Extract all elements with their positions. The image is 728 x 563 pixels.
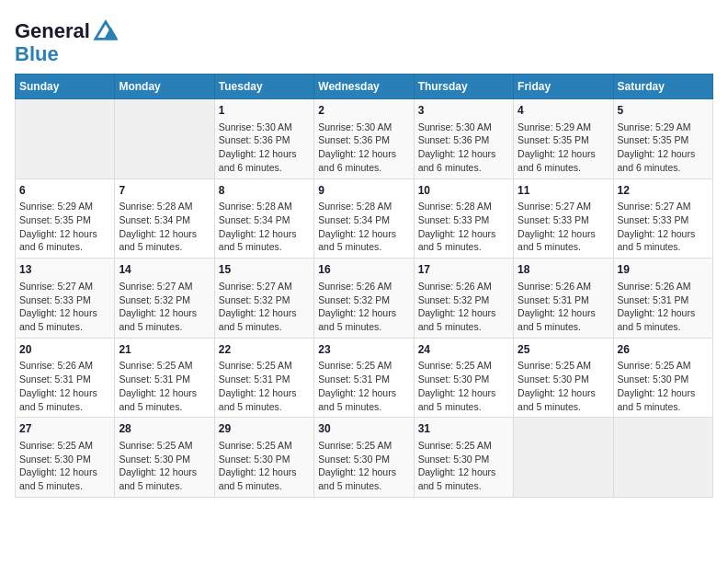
- calendar-cell: [16, 99, 115, 179]
- calendar-week-3: 13Sunrise: 5:27 AM Sunset: 5:33 PM Dayli…: [16, 259, 713, 339]
- day-number: 6: [19, 183, 110, 199]
- day-number: 12: [618, 183, 709, 199]
- calendar-cell: 31Sunrise: 5:25 AM Sunset: 5:30 PM Dayli…: [414, 418, 513, 498]
- calendar-cell: 4Sunrise: 5:29 AM Sunset: 5:35 PM Daylig…: [514, 99, 613, 179]
- day-number: 10: [418, 183, 509, 199]
- day-info: Sunrise: 5:25 AM Sunset: 5:31 PM Dayligh…: [219, 359, 310, 413]
- calendar-cell: 16Sunrise: 5:26 AM Sunset: 5:32 PM Dayli…: [314, 259, 414, 339]
- calendar-header-row: SundayMondayTuesdayWednesdayThursdayFrid…: [16, 75, 713, 99]
- logo-text-general: General: [15, 21, 90, 41]
- logo-text-blue: Blue: [15, 42, 59, 65]
- day-info: Sunrise: 5:28 AM Sunset: 5:34 PM Dayligh…: [318, 200, 409, 254]
- calendar-cell: [115, 99, 214, 179]
- calendar-cell: 13Sunrise: 5:27 AM Sunset: 5:33 PM Dayli…: [16, 259, 115, 339]
- day-number: 26: [618, 342, 709, 358]
- day-number: 20: [19, 342, 110, 358]
- calendar-cell: 26Sunrise: 5:25 AM Sunset: 5:30 PM Dayli…: [613, 338, 712, 418]
- day-info: Sunrise: 5:28 AM Sunset: 5:34 PM Dayligh…: [119, 200, 210, 254]
- day-number: 29: [219, 421, 310, 437]
- day-number: 8: [219, 183, 310, 199]
- day-info: Sunrise: 5:29 AM Sunset: 5:35 PM Dayligh…: [618, 121, 709, 175]
- logo-icon: [92, 18, 118, 44]
- day-number: 2: [318, 103, 409, 119]
- day-number: 23: [318, 342, 409, 358]
- day-number: 22: [219, 342, 310, 358]
- calendar-cell: 14Sunrise: 5:27 AM Sunset: 5:32 PM Dayli…: [115, 259, 214, 339]
- day-info: Sunrise: 5:27 AM Sunset: 5:32 PM Dayligh…: [219, 280, 310, 334]
- day-info: Sunrise: 5:25 AM Sunset: 5:30 PM Dayligh…: [19, 439, 110, 493]
- calendar-cell: 2Sunrise: 5:30 AM Sunset: 5:36 PM Daylig…: [314, 99, 414, 179]
- calendar-cell: 21Sunrise: 5:25 AM Sunset: 5:31 PM Dayli…: [115, 338, 214, 418]
- calendar-table: SundayMondayTuesdayWednesdayThursdayFrid…: [15, 74, 713, 498]
- calendar-cell: 27Sunrise: 5:25 AM Sunset: 5:30 PM Dayli…: [16, 418, 115, 498]
- calendar-cell: 12Sunrise: 5:27 AM Sunset: 5:33 PM Dayli…: [613, 178, 712, 259]
- day-number: 24: [418, 342, 509, 358]
- day-info: Sunrise: 5:25 AM Sunset: 5:31 PM Dayligh…: [119, 359, 210, 413]
- day-info: Sunrise: 5:26 AM Sunset: 5:32 PM Dayligh…: [318, 280, 409, 334]
- day-info: Sunrise: 5:28 AM Sunset: 5:33 PM Dayligh…: [418, 200, 509, 254]
- calendar-cell: 30Sunrise: 5:25 AM Sunset: 5:30 PM Dayli…: [314, 418, 414, 498]
- calendar-cell: 6Sunrise: 5:29 AM Sunset: 5:35 PM Daylig…: [16, 178, 115, 259]
- calendar-cell: 23Sunrise: 5:25 AM Sunset: 5:31 PM Dayli…: [314, 338, 414, 418]
- day-number: 9: [318, 183, 409, 199]
- calendar-cell: 22Sunrise: 5:25 AM Sunset: 5:31 PM Dayli…: [214, 338, 313, 418]
- svg-marker-1: [104, 27, 118, 39]
- day-info: Sunrise: 5:26 AM Sunset: 5:31 PM Dayligh…: [518, 280, 609, 334]
- day-number: 7: [119, 183, 210, 199]
- day-info: Sunrise: 5:25 AM Sunset: 5:30 PM Dayligh…: [119, 439, 210, 493]
- logo: General Blue: [15, 18, 118, 64]
- page-header: General Blue: [15, 15, 713, 64]
- day-number: 31: [418, 421, 509, 437]
- header-tuesday: Tuesday: [214, 75, 313, 99]
- day-number: 3: [418, 103, 509, 119]
- calendar-cell: [514, 418, 613, 498]
- day-info: Sunrise: 5:28 AM Sunset: 5:34 PM Dayligh…: [219, 200, 310, 254]
- calendar-cell: 28Sunrise: 5:25 AM Sunset: 5:30 PM Dayli…: [115, 418, 214, 498]
- day-number: 4: [518, 103, 609, 119]
- calendar-cell: 18Sunrise: 5:26 AM Sunset: 5:31 PM Dayli…: [514, 259, 613, 339]
- day-number: 1: [219, 103, 310, 119]
- header-thursday: Thursday: [414, 75, 513, 99]
- day-number: 17: [418, 262, 509, 278]
- calendar-cell: 25Sunrise: 5:25 AM Sunset: 5:30 PM Dayli…: [514, 338, 613, 418]
- day-info: Sunrise: 5:27 AM Sunset: 5:33 PM Dayligh…: [518, 200, 609, 254]
- header-monday: Monday: [115, 75, 214, 99]
- day-number: 25: [518, 342, 609, 358]
- day-number: 13: [19, 262, 110, 278]
- day-info: Sunrise: 5:29 AM Sunset: 5:35 PM Dayligh…: [19, 200, 110, 254]
- header-friday: Friday: [514, 75, 613, 99]
- header-wednesday: Wednesday: [314, 75, 414, 99]
- calendar-cell: 15Sunrise: 5:27 AM Sunset: 5:32 PM Dayli…: [214, 259, 313, 339]
- calendar-cell: 19Sunrise: 5:26 AM Sunset: 5:31 PM Dayli…: [613, 259, 712, 339]
- header-saturday: Saturday: [613, 75, 712, 99]
- calendar-cell: 10Sunrise: 5:28 AM Sunset: 5:33 PM Dayli…: [414, 178, 513, 259]
- day-info: Sunrise: 5:30 AM Sunset: 5:36 PM Dayligh…: [418, 121, 509, 175]
- day-info: Sunrise: 5:25 AM Sunset: 5:30 PM Dayligh…: [418, 359, 509, 413]
- calendar-cell: 9Sunrise: 5:28 AM Sunset: 5:34 PM Daylig…: [314, 178, 414, 259]
- day-number: 14: [119, 262, 210, 278]
- calendar-week-1: 1Sunrise: 5:30 AM Sunset: 5:36 PM Daylig…: [16, 99, 713, 179]
- calendar-cell: 24Sunrise: 5:25 AM Sunset: 5:30 PM Dayli…: [414, 338, 513, 418]
- calendar-cell: 3Sunrise: 5:30 AM Sunset: 5:36 PM Daylig…: [414, 99, 513, 179]
- day-number: 27: [19, 421, 110, 437]
- day-number: 5: [618, 103, 709, 119]
- day-info: Sunrise: 5:30 AM Sunset: 5:36 PM Dayligh…: [219, 121, 310, 175]
- day-info: Sunrise: 5:25 AM Sunset: 5:30 PM Dayligh…: [518, 359, 609, 413]
- day-number: 21: [119, 342, 210, 358]
- day-info: Sunrise: 5:26 AM Sunset: 5:31 PM Dayligh…: [19, 359, 110, 413]
- day-info: Sunrise: 5:27 AM Sunset: 5:33 PM Dayligh…: [618, 200, 709, 254]
- day-info: Sunrise: 5:27 AM Sunset: 5:32 PM Dayligh…: [119, 280, 210, 334]
- day-info: Sunrise: 5:29 AM Sunset: 5:35 PM Dayligh…: [518, 121, 609, 175]
- header-sunday: Sunday: [16, 75, 115, 99]
- day-info: Sunrise: 5:25 AM Sunset: 5:30 PM Dayligh…: [418, 439, 509, 493]
- day-number: 19: [618, 262, 709, 278]
- calendar-cell: 7Sunrise: 5:28 AM Sunset: 5:34 PM Daylig…: [115, 178, 214, 259]
- day-info: Sunrise: 5:25 AM Sunset: 5:31 PM Dayligh…: [318, 359, 409, 413]
- day-number: 30: [318, 421, 409, 437]
- day-info: Sunrise: 5:25 AM Sunset: 5:30 PM Dayligh…: [618, 359, 709, 413]
- calendar-week-2: 6Sunrise: 5:29 AM Sunset: 5:35 PM Daylig…: [16, 178, 713, 259]
- day-number: 15: [219, 262, 310, 278]
- calendar-cell: 20Sunrise: 5:26 AM Sunset: 5:31 PM Dayli…: [16, 338, 115, 418]
- calendar-week-4: 20Sunrise: 5:26 AM Sunset: 5:31 PM Dayli…: [16, 338, 713, 418]
- day-info: Sunrise: 5:25 AM Sunset: 5:30 PM Dayligh…: [318, 439, 409, 493]
